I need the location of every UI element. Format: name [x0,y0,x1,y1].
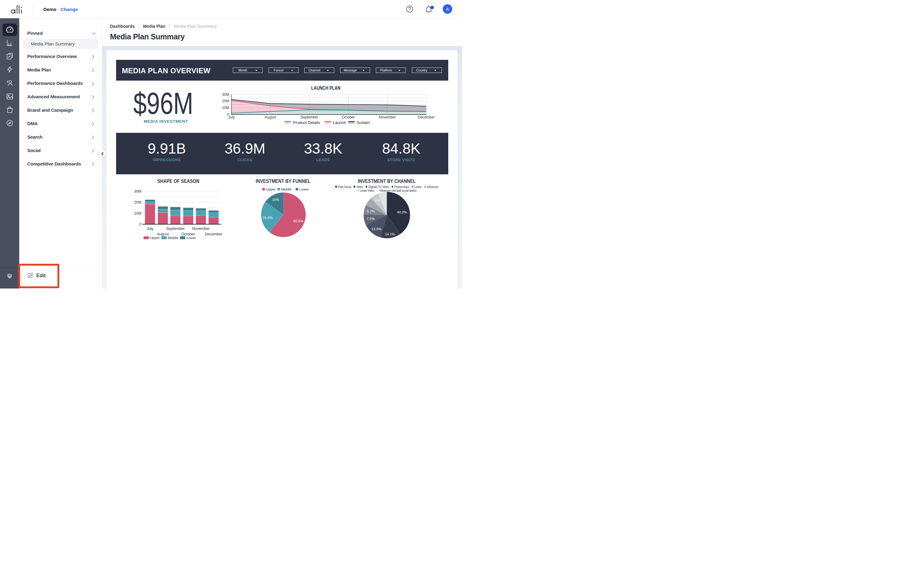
svg-text:40.3%: 40.3% [397,210,407,214]
svg-text:December: December [418,115,435,119]
svg-text:24.6%: 24.6% [263,216,273,219]
svg-text:13.5%: 13.5% [372,227,382,231]
svg-text:Sustain: Sustain [357,120,370,125]
svg-text:November: November [379,115,396,119]
svg-text:14.1%: 14.1% [385,232,395,236]
svg-text:Upper: Upper [266,187,276,191]
svg-text:30M: 30M [222,92,229,97]
svg-text:7.5%: 7.5% [367,217,375,221]
svg-text:December: December [205,232,223,236]
svg-text:Middle: Middle [281,187,291,191]
svg-text:September: September [300,115,318,119]
svg-text:Lower: Lower [186,236,196,240]
svg-text:Lower: Lower [299,187,309,191]
svg-text:15%: 15% [272,198,279,201]
svg-text:Product Details: Product Details [293,120,320,125]
svg-text:30M: 30M [134,189,142,193]
svg-text:Upper: Upper [150,236,160,240]
svg-text:July: July [228,115,235,119]
svg-text:20M: 20M [134,200,142,205]
svg-text:October: October [342,115,355,119]
svg-text:August: August [265,115,276,119]
svg-text:July: July [147,227,154,231]
svg-text:6.7%: 6.7% [367,210,375,213]
svg-text:10M: 10M [134,211,142,216]
svg-text:6%: 6% [375,198,380,202]
svg-text:Middle: Middle [168,236,178,240]
svg-text:20M: 20M [222,99,229,103]
svg-text:Launch: Launch [333,120,346,125]
svg-text:10M: 10M [222,106,229,110]
svg-text:November: November [192,227,210,231]
svg-text:60.5%: 60.5% [293,219,304,223]
svg-text:September: September [166,227,184,231]
svg-text:0: 0 [139,222,142,227]
